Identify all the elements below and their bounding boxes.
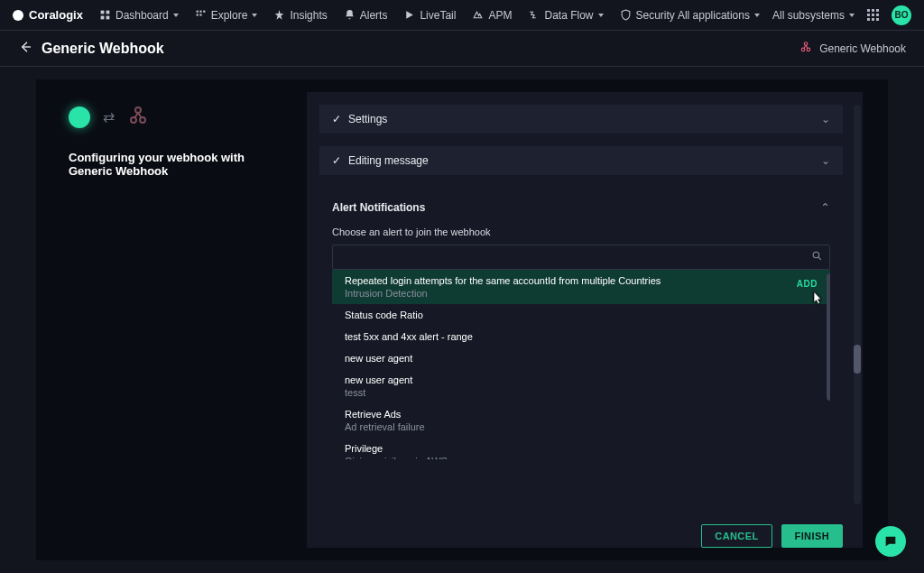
top-nav: Coralogix Dashboard Explore Insights Ale… [0, 0, 924, 31]
selector-label: All subsystems [772, 9, 845, 22]
right-pane-inner: ✓ Settings ⌄ ✓ Editing message ⌄ Alert N… [307, 92, 863, 517]
nav-label: Alerts [360, 9, 388, 22]
alert-item-title: Privilege [345, 443, 818, 454]
nav-label: Dashboard [116, 9, 169, 22]
page-title: Generic Webhook [42, 41, 164, 57]
nav-alerts[interactable]: Alerts [344, 9, 388, 22]
bell-icon [344, 9, 356, 21]
nav-livetail[interactable]: LiveTail [403, 9, 456, 22]
dataflow-icon [528, 9, 540, 21]
check-icon: ✓ [332, 113, 341, 125]
alert-list-item[interactable]: PrivilegeGiving privilege in AWS [332, 438, 830, 459]
source-indicator-icon [69, 106, 90, 128]
alert-list: Repeated login attempts for the same acc… [332, 270, 830, 459]
nav-label: LiveTail [420, 9, 456, 22]
alert-list-item[interactable]: test 5xx and 4xx alert - range [332, 326, 830, 347]
panel-scrollbar[interactable] [854, 105, 861, 504]
brand-logo-icon [13, 10, 23, 21]
alert-search-box [332, 245, 830, 270]
sub-header: Generic Webhook Generic Webhook [0, 31, 924, 67]
insights-icon [273, 9, 285, 21]
chevron-down-icon: ⌄ [821, 154, 830, 167]
alert-notifications-header[interactable]: Alert Notifications ⌄ [332, 200, 830, 214]
svg-rect-6 [203, 11, 205, 13]
section-title: Alert Notifications [332, 201, 425, 214]
left-pane: ⇄ Configuring your webhook with Generic … [36, 79, 307, 560]
accordion-label: Settings [348, 113, 387, 125]
selector-label: All applications [678, 9, 750, 22]
alert-item-title: new user agent [345, 353, 818, 364]
nav-label: Security [636, 9, 675, 22]
alert-list-item[interactable]: Retrieve AdsAd retrieval failure [332, 403, 830, 438]
back-arrow-icon[interactable] [18, 40, 32, 57]
finish-button[interactable]: FINISH [781, 524, 843, 548]
webhook-flow-icons: ⇄ [69, 105, 289, 129]
alert-list-item[interactable]: Status code Ratio [332, 304, 830, 326]
nav-security[interactable]: Security [620, 9, 675, 22]
chevron-up-icon: ⌄ [820, 200, 830, 214]
section-subtitle: Choose an alert to join the webhook [332, 226, 830, 237]
scrollbar-thumb[interactable] [854, 345, 861, 374]
svg-rect-8 [199, 14, 201, 15]
alert-item-subtitle: Giving privilege in AWS [345, 456, 818, 459]
svg-rect-7 [196, 14, 198, 15]
svg-rect-0 [101, 11, 105, 14]
alert-notifications-section: Alert Notifications ⌄ Choose an alert to… [319, 188, 843, 472]
svg-rect-3 [106, 16, 110, 20]
alert-list-item[interactable]: new user agenttesst [332, 369, 830, 403]
apm-icon [472, 9, 484, 21]
chevron-down-icon: ⌄ [821, 113, 830, 125]
chevron-down-icon [849, 14, 855, 17]
explore-icon [195, 9, 207, 21]
support-chat-button[interactable] [875, 526, 906, 557]
right-pane: ✓ Settings ⌄ ✓ Editing message ⌄ Alert N… [307, 92, 863, 548]
accordion-settings[interactable]: ✓ Settings ⌄ [319, 105, 843, 134]
brand-logo[interactable]: Coralogix [13, 8, 83, 22]
left-pane-title: Configuring your webhook with Generic We… [69, 151, 289, 178]
user-avatar[interactable]: BO [892, 5, 911, 25]
scrollbar-thumb[interactable] [827, 273, 830, 401]
check-icon: ✓ [332, 154, 341, 167]
alert-item-subtitle: tesst [345, 387, 818, 398]
chevron-down-icon [173, 14, 179, 17]
alert-item-title: Repeated login attempts for the same acc… [345, 275, 818, 286]
svg-rect-4 [196, 11, 198, 13]
swap-arrows-icon: ⇄ [103, 108, 115, 125]
alert-item-title: new user agent [345, 374, 818, 385]
svg-rect-2 [101, 16, 105, 20]
nav-label: Data Flow [544, 9, 593, 22]
nav-insights[interactable]: Insights [273, 9, 327, 22]
svg-rect-5 [199, 11, 201, 13]
accordion-editing-message[interactable]: ✓ Editing message ⌄ [319, 146, 843, 175]
cancel-button[interactable]: CANCEL [701, 524, 772, 548]
alert-item-subtitle: Intrusion Detection [345, 288, 818, 299]
nav-dashboard[interactable]: Dashboard [99, 9, 179, 22]
destination-webhook-icon [127, 105, 149, 129]
nav-label: Insights [290, 9, 327, 22]
svg-rect-1 [106, 11, 110, 14]
dashboard-icon [99, 9, 111, 21]
alert-list-item[interactable]: Repeated login attempts for the same acc… [332, 270, 830, 304]
footer-actions: CANCEL FINISH [307, 517, 863, 548]
accordion-label: Editing message [348, 154, 429, 167]
top-nav-right: All applications All subsystems BO [678, 5, 911, 25]
alert-item-title: Retrieve Ads [345, 409, 818, 420]
nav-dataflow[interactable]: Data Flow [528, 9, 603, 22]
breadcrumb-label: Generic Webhook [819, 42, 906, 55]
nav-items: Dashboard Explore Insights Alerts LiveTa… [99, 9, 675, 22]
nav-explore[interactable]: Explore [195, 9, 258, 22]
apps-menu-icon[interactable] [867, 9, 879, 21]
add-alert-button[interactable]: ADD [797, 279, 818, 289]
nav-apm[interactable]: APM [472, 9, 512, 22]
chevron-down-icon [252, 14, 257, 17]
applications-selector[interactable]: All applications [678, 9, 760, 22]
alert-list-item[interactable]: new user agent [332, 347, 830, 369]
shield-icon [620, 9, 632, 21]
alert-list-scrollbar[interactable] [827, 273, 830, 456]
play-icon [403, 9, 415, 21]
alert-search-input[interactable] [332, 245, 830, 270]
main-card: ⇄ Configuring your webhook with Generic … [36, 79, 888, 560]
brand-name: Coralogix [29, 8, 83, 22]
subsystems-selector[interactable]: All subsystems [772, 9, 855, 22]
alert-item-title: Status code Ratio [345, 310, 818, 320]
